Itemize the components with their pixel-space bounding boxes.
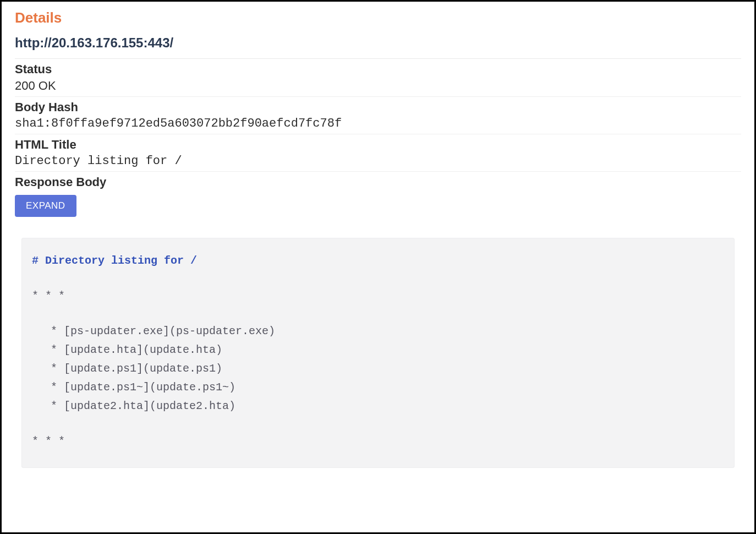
html-title-field: HTML Title Directory listing for / — [15, 134, 741, 172]
details-panel: Details http://20.163.176.155:443/ Statu… — [0, 0, 756, 534]
body-hash-value: sha1:8f0ffa9ef9712ed5a603072bb2f90aefcd7… — [15, 117, 741, 130]
response-heading: # Directory listing for / — [32, 252, 724, 270]
response-file-item: * [update.hta](update.hta) — [51, 341, 724, 359]
response-body-label: Response Body — [15, 175, 741, 189]
body-hash-field: Body Hash sha1:8f0ffa9ef9712ed5a603072bb… — [15, 97, 741, 134]
response-separator-top: * * * — [32, 287, 724, 306]
status-label: Status — [15, 62, 741, 77]
response-separator-bottom: * * * — [32, 432, 724, 451]
status-field: Status 200 OK — [15, 59, 741, 97]
body-hash-label: Body Hash — [15, 100, 741, 115]
details-url: http://20.163.176.155:443/ — [15, 35, 741, 51]
response-file-list: * [ps-updater.exe](ps-updater.exe) * [up… — [51, 322, 724, 416]
expand-button[interactable]: EXPAND — [15, 195, 76, 217]
response-file-item: * [update.ps1~](update.ps1~) — [51, 378, 724, 397]
response-body-field: Response Body EXPAND — [15, 172, 741, 222]
details-title: Details — [15, 9, 741, 26]
html-title-value: Directory listing for / — [15, 154, 741, 168]
response-file-item: * [ps-updater.exe](ps-updater.exe) — [51, 322, 724, 341]
response-body-content: # Directory listing for / * * * * [ps-up… — [21, 238, 735, 468]
response-file-item: * [update2.hta](update2.hta) — [51, 397, 724, 416]
html-title-label: HTML Title — [15, 138, 741, 152]
response-file-item: * [update.ps1](update.ps1) — [51, 359, 724, 378]
status-value: 200 OK — [15, 79, 741, 93]
